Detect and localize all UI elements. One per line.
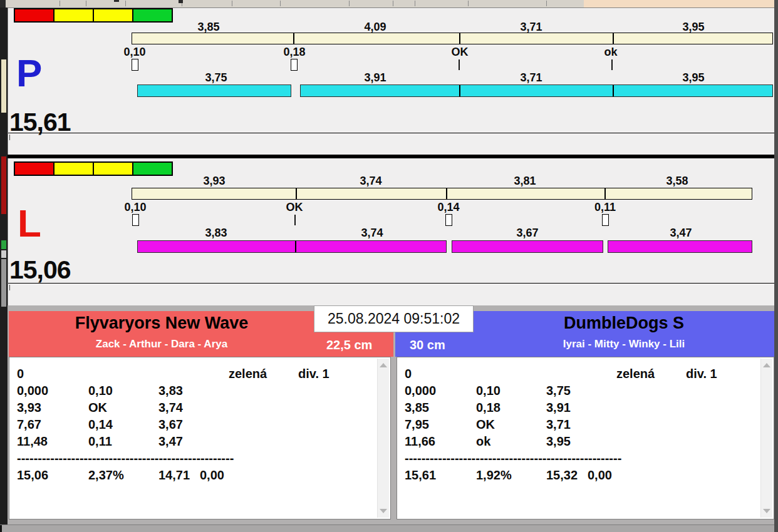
lane-l-interval-1: 3,93 bbox=[203, 175, 225, 188]
ok-marker-icon bbox=[294, 215, 296, 225]
result-leg-row: 11,66 ok 3,95 bbox=[397, 434, 759, 449]
lane-l-interval-3: 3,81 bbox=[514, 175, 536, 188]
light-yellow-icon bbox=[54, 163, 94, 175]
fault-marker-icon bbox=[602, 214, 609, 226]
leg-split: 3,47 bbox=[158, 434, 183, 449]
lane-p-run-bar-segment bbox=[137, 84, 291, 97]
fault-marker-icon bbox=[132, 214, 139, 226]
total-penalty: 0,00 bbox=[588, 468, 612, 483]
ok-marker-icon bbox=[611, 59, 613, 70]
lane-p-split-2: 3,91 bbox=[364, 71, 386, 84]
leg-fault: OK bbox=[88, 400, 107, 415]
lane-l-letter: L bbox=[18, 204, 41, 243]
lane-l-run-bar-segment bbox=[452, 240, 603, 253]
scrollbar[interactable] bbox=[760, 359, 772, 518]
scrollbar[interactable] bbox=[377, 359, 389, 518]
bar-divider bbox=[446, 188, 447, 199]
toolbar-separator bbox=[546, 1, 547, 6]
lane-l-fault-3: 0,14 bbox=[437, 201, 459, 214]
toolbar-separator bbox=[468, 1, 469, 6]
run-number: 0 bbox=[17, 366, 24, 381]
leg-cumulative: 3,93 bbox=[17, 400, 41, 415]
scroll-up-icon[interactable] bbox=[763, 363, 770, 367]
total-percent: 1,92% bbox=[476, 468, 512, 483]
bar-divider bbox=[604, 188, 606, 199]
edge-fragment bbox=[1, 250, 6, 258]
light-red-icon bbox=[15, 163, 54, 175]
result-status-row: 0 zelená div. 1 bbox=[9, 366, 375, 381]
run-number: 0 bbox=[405, 366, 412, 381]
lane-p-letter: P bbox=[16, 54, 42, 93]
team1-jump-height: 22,5 cm bbox=[326, 338, 372, 352]
team2-jump-height: 30 cm bbox=[410, 338, 445, 352]
light-green-icon bbox=[133, 163, 172, 175]
leg-cumulative: 7,95 bbox=[405, 417, 429, 432]
result-status-row: 0 zelená div. 1 bbox=[397, 366, 759, 381]
screen: 3,85 4,09 3,71 3,95 0,10 0,18 OK ok 3,75… bbox=[0, 0, 778, 532]
separator-dashes: ----------------------------------------… bbox=[17, 451, 234, 466]
leg-fault: ok bbox=[476, 434, 490, 449]
result-leg-row: 0,000 0,10 3,83 bbox=[9, 383, 375, 398]
division: div. 1 bbox=[686, 366, 717, 381]
toolbar-separator bbox=[125, 1, 126, 6]
toolbar-separator bbox=[232, 1, 232, 6]
edge-fragment bbox=[1, 240, 6, 249]
lane-p-run-bar-segment bbox=[300, 84, 773, 97]
light-status: zelená bbox=[229, 366, 267, 381]
lane-p-interval-4: 3,95 bbox=[682, 21, 704, 34]
result-separator-row: ----------------------------------------… bbox=[9, 451, 375, 466]
toolbar-separator bbox=[349, 1, 350, 6]
result-leg-row: 11,48 0,11 3,47 bbox=[9, 434, 375, 449]
ok-marker-icon bbox=[459, 59, 460, 70]
division: div. 1 bbox=[298, 366, 329, 381]
bar-divider bbox=[613, 85, 614, 96]
total-time: 15,61 bbox=[405, 468, 436, 483]
bottom-status-bar bbox=[0, 524, 778, 532]
team1-result-box[interactable]: 0 zelená div. 1 0,000 0,10 3,83 3,93 OK … bbox=[9, 357, 391, 519]
bar-divider bbox=[293, 33, 294, 44]
scroll-down-icon[interactable] bbox=[763, 509, 770, 513]
leg-cumulative: 0,000 bbox=[405, 383, 436, 398]
lane-p-fault-3: OK bbox=[452, 46, 469, 59]
background-window-edge bbox=[0, 8, 8, 524]
total-time: 15,06 bbox=[17, 468, 48, 483]
total-net: 14,71 bbox=[158, 468, 190, 483]
toolbar-separator bbox=[280, 1, 281, 6]
result-totals-row: 15,61 1,92% 15,32 0,00 bbox=[397, 468, 759, 483]
lane-p-fault-4: ok bbox=[604, 46, 617, 59]
fault-marker-icon bbox=[445, 214, 452, 226]
leg-cumulative: 11,66 bbox=[405, 434, 435, 449]
lane-l-run-bar-segment bbox=[137, 240, 447, 253]
light-yellow-icon bbox=[94, 9, 133, 21]
fault-marker-icon bbox=[132, 59, 138, 71]
team1-name: Flyvaryors New Wave bbox=[75, 314, 249, 333]
toolbar-separator bbox=[415, 1, 415, 6]
fault-marker-icon bbox=[291, 59, 298, 71]
panel-divider-line bbox=[8, 283, 774, 284]
lane-p-split-3: 3,71 bbox=[520, 71, 542, 84]
team2-name: DumbleDogs S bbox=[564, 314, 684, 333]
leg-split: 3,95 bbox=[546, 434, 571, 449]
light-green-icon bbox=[133, 9, 172, 21]
bar-divider bbox=[459, 85, 460, 96]
team2-result-box[interactable]: 0 zelená div. 1 0,000 0,10 3,75 3,85 0,1… bbox=[397, 357, 774, 519]
toolbar-corner bbox=[0, 0, 6, 8]
result-leg-row: 3,93 OK 3,74 bbox=[9, 400, 375, 415]
toolbar-mark bbox=[179, 0, 183, 3]
leg-split: 3,91 bbox=[546, 400, 571, 415]
toolbar-mark bbox=[114, 0, 119, 2]
lane-p-interval-3: 3,71 bbox=[520, 21, 542, 34]
scroll-up-icon[interactable] bbox=[380, 363, 387, 367]
leg-split: 3,74 bbox=[158, 400, 183, 415]
edge-fragment bbox=[1, 59, 6, 113]
lane-p-split-4: 3,95 bbox=[682, 71, 704, 84]
result-leg-row: 7,95 OK 3,71 bbox=[397, 417, 759, 432]
leg-cumulative: 7,67 bbox=[17, 417, 41, 432]
lane-l-run-bar-segment bbox=[608, 240, 752, 253]
scroll-down-icon[interactable] bbox=[380, 509, 387, 513]
lane-p-interval-1: 3,85 bbox=[197, 21, 219, 34]
lane-p-split-1: 3,75 bbox=[205, 71, 227, 84]
bar-divider bbox=[459, 33, 460, 44]
leg-fault: 0,10 bbox=[88, 383, 113, 398]
lane-l-fault-2: OK bbox=[286, 201, 303, 214]
